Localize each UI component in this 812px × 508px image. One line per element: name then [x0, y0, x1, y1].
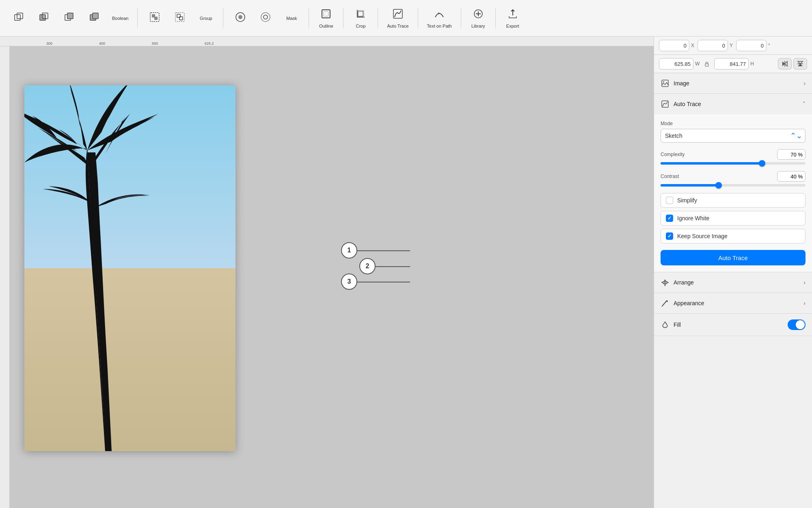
fill-section-icon: [661, 320, 669, 329]
fill-toggle[interactable]: [788, 319, 806, 330]
svg-rect-10: [154, 17, 158, 20]
contrast-label: Contrast: [661, 174, 679, 179]
boolean-exclude-button[interactable]: [82, 9, 106, 28]
autotrace-toolbar-label: Auto Trace: [387, 24, 408, 28]
mask-label: Mask: [286, 16, 297, 21]
contrast-track[interactable]: [661, 184, 806, 187]
keep-source-checkbox[interactable]: [666, 232, 673, 240]
svg-rect-1: [17, 13, 23, 19]
svg-rect-5: [67, 13, 73, 19]
boolean-group: [6, 9, 106, 28]
sep8: [495, 8, 496, 28]
library-label: Library: [471, 24, 485, 28]
boolean-intersect-icon: [38, 11, 50, 25]
appearance-section-chevron: ›: [803, 300, 806, 306]
palm-image: [24, 85, 235, 451]
svg-marker-30: [798, 61, 803, 64]
svg-rect-20: [358, 11, 363, 16]
keep-source-row[interactable]: Keep Source Image: [661, 229, 806, 243]
x-input[interactable]: [659, 40, 689, 51]
simplify-row[interactable]: Simplify: [661, 193, 806, 208]
mask-icon: [235, 11, 246, 25]
angle-field: °: [736, 40, 770, 51]
appearance-section-title: Appearance: [674, 300, 799, 306]
svg-marker-32: [798, 64, 803, 66]
h-input[interactable]: [714, 58, 749, 69]
text-on-path-button[interactable]: T Text on Path: [423, 6, 456, 31]
ungroup-button[interactable]: [168, 9, 192, 28]
image-section-icon: [661, 79, 669, 88]
complexity-track[interactable]: [661, 162, 806, 165]
callout-2-line: [376, 266, 410, 267]
coord-bar: X Y °: [654, 37, 812, 55]
ruler-top: 300 400 500 625.2: [0, 37, 654, 46]
group-button[interactable]: [143, 9, 167, 28]
complexity-thumb[interactable]: [759, 160, 765, 167]
svg-rect-18: [322, 10, 330, 18]
outline-label: Outline: [319, 24, 333, 28]
mask-button[interactable]: [228, 9, 253, 28]
boolean-unite-button[interactable]: [6, 9, 31, 28]
export-icon: [507, 8, 518, 22]
complexity-fill: [661, 162, 762, 165]
y-input[interactable]: [698, 40, 728, 51]
sep5: [378, 8, 378, 28]
unmask-button[interactable]: [253, 9, 278, 28]
auto-trace-button[interactable]: Auto Trace: [661, 250, 806, 265]
autotrace-section-header[interactable]: Auto Trace ˅: [654, 94, 812, 114]
export-button[interactable]: Export: [501, 6, 525, 31]
autotrace-toolbar-button[interactable]: Auto Trace: [383, 6, 412, 31]
boolean-subtract-icon: [63, 11, 75, 25]
main-area: 300 400 500 625.2: [0, 37, 812, 508]
y-field: Y: [698, 40, 733, 51]
appearance-section-header[interactable]: Appearance ›: [654, 293, 812, 313]
w-input[interactable]: [659, 58, 693, 69]
simplify-label: Simplify: [677, 197, 697, 204]
svg-point-17: [263, 15, 268, 19]
callout-1: 1: [341, 242, 357, 258]
arrange-section-header[interactable]: Arrange ›: [654, 272, 812, 293]
fill-section-title: Fill: [674, 321, 784, 328]
image-section-header[interactable]: Image ›: [654, 73, 812, 93]
svg-point-15: [238, 15, 242, 19]
simplify-checkbox[interactable]: [666, 197, 673, 204]
complexity-value-input[interactable]: [777, 149, 806, 160]
image-section: Image ›: [654, 73, 812, 94]
ruler-left: [0, 46, 10, 508]
fill-section: Fill: [654, 314, 812, 336]
flip-h-button[interactable]: [778, 58, 792, 69]
contrast-value-input[interactable]: [777, 171, 806, 182]
autotrace-section-chevron: ˅: [803, 101, 806, 107]
svg-marker-29: [785, 61, 787, 66]
fill-section-header[interactable]: Fill: [654, 314, 812, 336]
canvas-area[interactable]: 300 400 500 625.2: [0, 37, 654, 508]
mode-select[interactable]: Sketch Outline Silhouette Detailed: [661, 129, 806, 143]
arrange-section-chevron: ›: [803, 279, 806, 286]
boolean-subtract-button[interactable]: [57, 9, 81, 28]
ignore-white-checkbox[interactable]: [666, 215, 673, 222]
sep4: [343, 8, 343, 28]
autotrace-body: Mode Sketch Outline Silhouette Detailed …: [654, 114, 812, 272]
ruler-300: 300: [46, 41, 52, 46]
ruler-625: 625.2: [205, 41, 214, 46]
angle-input[interactable]: [736, 40, 767, 51]
autotrace-section-icon: [661, 100, 669, 109]
mask-group: [228, 9, 278, 28]
boolean-intersect-button[interactable]: [32, 9, 56, 28]
library-button[interactable]: Library: [466, 6, 490, 31]
flip-v-button[interactable]: [793, 58, 807, 69]
unmask-icon: [260, 11, 271, 25]
y-label: Y: [730, 43, 733, 48]
contrast-thumb[interactable]: [715, 182, 722, 189]
callout-1-line: [357, 250, 410, 251]
size-bar: W H: [654, 55, 812, 73]
ignore-white-row[interactable]: Ignore White: [661, 211, 806, 226]
svg-point-36: [666, 300, 668, 302]
autotrace-section-title: Auto Trace: [674, 101, 799, 107]
outline-button[interactable]: Outline: [314, 6, 338, 31]
sep2: [223, 8, 223, 28]
ungroup-icon: [174, 11, 186, 25]
crop-icon: [355, 8, 366, 22]
crop-button[interactable]: Crop: [348, 6, 373, 31]
lock-icon[interactable]: [703, 60, 711, 68]
